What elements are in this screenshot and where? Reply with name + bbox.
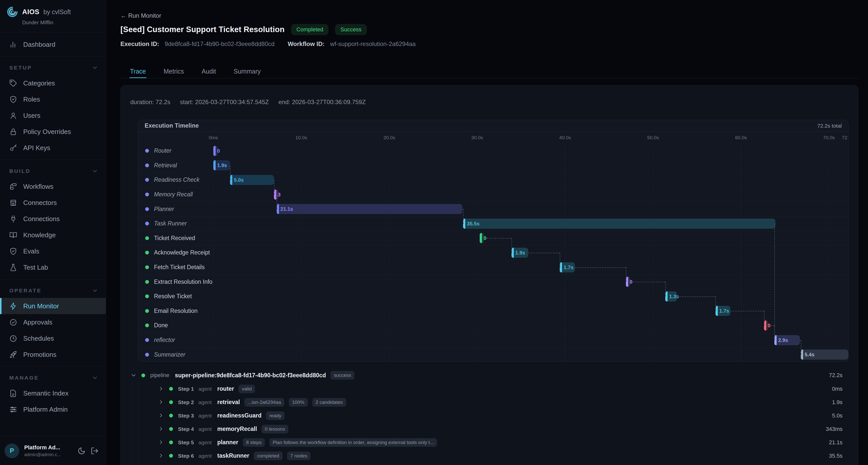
tab-metrics[interactable]: Metrics	[163, 65, 185, 78]
sidebar-item-knowledge[interactable]: Knowledge	[0, 227, 106, 243]
sidebar-section-build[interactable]: BUILD	[0, 164, 106, 178]
pipeline-root-row[interactable]: pipeline super-pipeline:9de8fca8-fd17-4b…	[130, 369, 848, 382]
gantt-bar-email-resolution[interactable]: 1.7s	[715, 306, 731, 316]
sidebar-section-setup[interactable]: SETUP	[0, 60, 106, 75]
badge: 0 lessons	[261, 425, 288, 433]
sidebar-item-platform-admin[interactable]: Platform Admin	[0, 401, 106, 417]
status-badge-success: Success	[335, 24, 367, 35]
agent-dot	[145, 222, 149, 226]
gantt-bar-fetch-ticket-details[interactable]: 1.7s	[560, 262, 575, 272]
flask-icon	[9, 264, 17, 271]
row-separator	[138, 187, 848, 187]
sidebar-item-schedules[interactable]: Schedules	[0, 330, 106, 347]
sidebar-item-api-keys[interactable]: API Keys	[0, 140, 106, 156]
logout-icon[interactable]	[91, 447, 99, 455]
sidebar-item-connections[interactable]: Connections	[0, 211, 106, 227]
sidebar-section-manage[interactable]: MANAGE	[0, 371, 106, 385]
pipeline-step-row-4[interactable]: Step 4 agent memoryRecall 0 lessons 343m…	[130, 422, 848, 436]
sidebar-item-workflows[interactable]: Workflows	[0, 178, 106, 195]
sidebar-item-evals[interactable]: Evals	[0, 243, 106, 259]
row-duration: 72.2s	[829, 372, 848, 379]
sidebar-item-approvals[interactable]: Approvals	[0, 314, 106, 330]
pipeline-step-row-2[interactable]: Step 2 agent retrieval ...ion-2a6294aa10…	[130, 396, 848, 409]
connector	[630, 282, 665, 282]
back-link[interactable]: ← Run Monitor	[120, 12, 161, 19]
connector	[560, 253, 560, 267]
gantt-bar-summarizer[interactable]: 5.4s	[801, 349, 848, 359]
gantt-row-label: Readiness Check	[138, 173, 213, 187]
chevron-right-icon[interactable]	[158, 399, 165, 406]
page-title: [Seed] Customer Support Ticket Resolutio…	[120, 25, 284, 34]
gantt-bar-router[interactable]: 0	[213, 146, 218, 156]
sidebar-item-dashboard[interactable]: Dashboard	[0, 36, 106, 53]
task-dot	[145, 265, 149, 269]
user-icon	[9, 112, 17, 119]
gantt-bar-task-runner[interactable]: 35.5s	[463, 219, 775, 229]
pipeline-step-row-5[interactable]: Step 5 agent planner 8 stepsPlan follows…	[130, 436, 848, 449]
connector	[463, 209, 464, 224]
pipeline-step-row-3[interactable]: Step 3 agent readinessGuard ready 5.0s	[130, 409, 848, 422]
axis-tick: 10.0s	[296, 135, 307, 141]
gantt-bar-ticket-received[interactable]: 0	[480, 233, 484, 243]
bar-duration-label: 1.9s	[515, 250, 525, 256]
main-content: ← Run Monitor [Seed] Customer Support Ti…	[106, 0, 868, 465]
sidebar-item-label: Test Lab	[23, 264, 48, 271]
sidebar-item-label: Connectors	[23, 199, 57, 207]
sidebar-item-label: Roles	[23, 95, 40, 104]
book-open-icon	[9, 231, 17, 239]
gantt-bar-reflector[interactable]: 2.9s	[774, 335, 800, 345]
sidebar-item-policy-overrides[interactable]: Policy Overrides	[0, 123, 106, 140]
connector	[768, 325, 775, 326]
workflow-id-value: wf-support-resolution-2a6294aa	[330, 40, 416, 48]
status-dot	[169, 414, 173, 417]
bar-duration-label: 2.9s	[778, 337, 788, 343]
gantt-bar-done[interactable]: 0	[764, 320, 768, 330]
task-dot	[145, 251, 149, 255]
gantt-bar-resolve-ticket[interactable]: 1.3s	[665, 291, 677, 301]
sidebar-item-categories[interactable]: Categories	[0, 75, 106, 91]
timeline-axis: 0ms10.0s20.0s30.0s40.0s50.0s60.0s70.0s72	[138, 132, 848, 144]
sidebar-item-run-monitor[interactable]: Run Monitor	[0, 298, 106, 314]
pipeline-step-row-6[interactable]: Step 6 agent taskRunner completed7 nodes…	[130, 449, 848, 463]
app-subtitle: by cvlSoft	[43, 8, 71, 16]
gantt-bar-retrieval[interactable]: 1.9s	[213, 160, 230, 170]
sidebar-item-users[interactable]: Users	[0, 108, 106, 123]
axis-tick: 72	[842, 135, 847, 141]
gridline	[301, 144, 302, 361]
tab-trace[interactable]: Trace	[129, 65, 147, 78]
dark-mode-moon-icon[interactable]	[78, 447, 86, 455]
chevron-right-icon[interactable]	[158, 453, 165, 459]
tab-audit[interactable]: Audit	[201, 65, 217, 78]
connector	[230, 165, 230, 180]
chevron-right-icon[interactable]	[158, 412, 165, 419]
row-duration: 5.0s	[832, 412, 848, 419]
gantt-row-label: Acknowledge Receipt	[138, 245, 213, 260]
gantt-bar-readiness-check[interactable]: 5.0s	[230, 175, 274, 185]
sidebar-item-promotions[interactable]: Promotions	[0, 347, 106, 362]
gantt-bar-extract-resolution-info[interactable]: 0	[626, 277, 630, 287]
badge: success	[331, 371, 354, 380]
sidebar-nav: DashboardSETUP Categories Roles Users Po…	[0, 32, 106, 436]
sidebar-section-operate[interactable]: OPERATE	[0, 283, 106, 298]
connector	[512, 238, 512, 253]
bar-duration-label: 1.7s	[563, 264, 574, 270]
avatar[interactable]: P	[4, 443, 19, 458]
tab-summary[interactable]: Summary	[233, 65, 261, 78]
chevron-down-icon[interactable]	[130, 372, 137, 379]
sidebar-divider	[0, 56, 106, 57]
chevron-right-icon[interactable]	[158, 439, 165, 446]
axis-tick: 0ms	[209, 135, 218, 141]
badge: 100%	[289, 398, 308, 407]
chevron-right-icon[interactable]	[158, 426, 165, 432]
chevron-right-icon[interactable]	[158, 386, 165, 392]
sidebar-item-roles[interactable]: Roles	[0, 91, 106, 108]
gantt-row-label: Extract Resolution Info	[138, 274, 213, 289]
gantt-bar-planner[interactable]: 21.1s	[277, 204, 462, 214]
gantt-bar-acknowledge-receipt[interactable]: 1.9s	[512, 248, 528, 258]
sidebar-item-connectors[interactable]: Connectors	[0, 195, 106, 211]
pipeline-step-row-1[interactable]: Step 1 agent router valid 0ms	[130, 382, 848, 396]
task-dot	[145, 280, 149, 284]
sidebar-item-test-lab[interactable]: Test Lab	[0, 259, 106, 275]
row-separator	[138, 347, 848, 348]
sidebar-item-semantic-index[interactable]: Semantic Index	[0, 385, 106, 401]
